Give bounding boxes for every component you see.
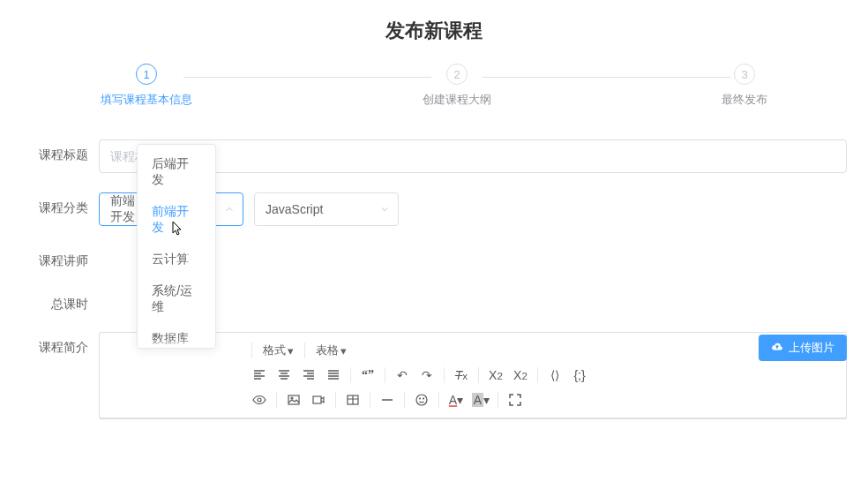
caret-down-icon: ▾ bbox=[340, 344, 347, 358]
svg-point-5 bbox=[416, 395, 427, 405]
svg-rect-3 bbox=[313, 396, 321, 403]
caret-down-icon: ▾ bbox=[288, 344, 294, 358]
superscript-icon[interactable]: X2 bbox=[511, 365, 530, 385]
svg-point-0 bbox=[258, 398, 261, 402]
subscript-icon[interactable]: X2 bbox=[486, 365, 505, 385]
undo-icon[interactable]: ↶ bbox=[393, 365, 412, 385]
table-select[interactable]: 表格 ▾ bbox=[312, 341, 350, 360]
step-1-number: 1 bbox=[136, 64, 157, 85]
dropdown-item-frontend[interactable]: 前端开发 bbox=[138, 196, 215, 244]
subcategory-value: JavaScript bbox=[266, 202, 323, 216]
separator bbox=[335, 392, 336, 408]
separator bbox=[444, 367, 445, 383]
step-1-label: 填写课程基本信息 bbox=[101, 92, 192, 108]
subcategory-select[interactable]: JavaScript bbox=[254, 192, 399, 226]
step-3-label: 最终发布 bbox=[722, 92, 767, 108]
dropdown-item-sysops[interactable]: 系统/运维 bbox=[138, 275, 215, 323]
align-left-icon[interactable] bbox=[250, 365, 269, 385]
category-dropdown: 后端开发 前端开发 云计算 系统/运维 数据库 大数据 人工智能 bbox=[137, 144, 216, 349]
svg-point-2 bbox=[291, 397, 293, 399]
chevron-down-icon bbox=[380, 202, 389, 216]
step-3-number: 3 bbox=[734, 64, 755, 85]
fullscreen-icon[interactable] bbox=[505, 390, 525, 410]
clear-format-icon[interactable]: Tx bbox=[452, 365, 471, 385]
chevron-down-icon bbox=[225, 202, 234, 216]
font-color-icon[interactable]: A ▾ bbox=[446, 390, 466, 410]
category-value: 前端开发 bbox=[110, 193, 137, 225]
video-icon[interactable] bbox=[309, 390, 328, 410]
dropdown-item-backend[interactable]: 后端开发 bbox=[138, 148, 215, 196]
separator bbox=[370, 392, 370, 408]
label-hours: 总课时 bbox=[21, 289, 88, 313]
align-justify-icon[interactable] bbox=[324, 365, 343, 385]
svg-point-6 bbox=[420, 398, 421, 399]
separator bbox=[478, 367, 479, 383]
hr-icon[interactable] bbox=[378, 390, 397, 410]
step-2-number: 2 bbox=[446, 64, 468, 85]
redo-icon[interactable]: ↷ bbox=[417, 365, 437, 385]
label-title: 课程标题 bbox=[21, 139, 88, 163]
step-1: 1 填写课程基本信息 bbox=[101, 64, 192, 108]
dropdown-item-database[interactable]: 数据库 bbox=[138, 323, 215, 346]
upload-label: 上传图片 bbox=[789, 340, 834, 356]
step-3: 3 最终发布 bbox=[722, 64, 767, 108]
separator bbox=[350, 367, 351, 383]
cloud-upload-icon bbox=[771, 341, 783, 356]
separator bbox=[404, 392, 405, 408]
bg-color-icon[interactable]: A ▾ bbox=[471, 390, 490, 410]
insert-table-icon[interactable] bbox=[343, 390, 363, 410]
label-intro: 课程简介 bbox=[21, 332, 88, 356]
codeblock-icon[interactable]: {;} bbox=[570, 365, 589, 385]
step-2: 2 创建课程大纲 bbox=[423, 64, 491, 108]
svg-rect-1 bbox=[288, 395, 299, 404]
separator bbox=[251, 343, 252, 358]
svg-point-7 bbox=[423, 398, 424, 399]
separator bbox=[304, 343, 305, 358]
label-category: 课程分类 bbox=[21, 192, 88, 216]
label-teacher: 课程讲师 bbox=[21, 245, 88, 269]
separator bbox=[498, 392, 498, 408]
separator bbox=[276, 392, 277, 408]
emoji-icon[interactable] bbox=[412, 390, 431, 410]
quote-icon[interactable]: “” bbox=[358, 365, 378, 385]
separator bbox=[537, 367, 538, 383]
separator bbox=[438, 392, 439, 408]
code-icon[interactable]: ⟨⟩ bbox=[545, 365, 565, 385]
align-right-icon[interactable] bbox=[299, 365, 318, 385]
steps: 1 填写课程基本信息 2 创建课程大纲 3 最终发布 bbox=[101, 64, 767, 108]
format-select[interactable]: 格式 ▾ bbox=[259, 341, 297, 360]
category-select[interactable]: 前端开发 后端开发 前端开发 云计算 系统/运维 数据库 bbox=[99, 192, 243, 226]
page-title: 发布新课程 bbox=[21, 18, 847, 44]
image-icon[interactable] bbox=[284, 390, 303, 410]
step-line bbox=[183, 77, 431, 78]
align-center-icon[interactable] bbox=[274, 365, 294, 385]
step-2-label: 创建课程大纲 bbox=[423, 92, 491, 108]
step-line bbox=[483, 77, 730, 78]
preview-icon[interactable] bbox=[250, 390, 269, 410]
separator bbox=[385, 367, 385, 383]
dropdown-item-cloud[interactable]: 云计算 bbox=[138, 244, 215, 275]
upload-image-button[interactable]: 上传图片 bbox=[759, 335, 847, 361]
